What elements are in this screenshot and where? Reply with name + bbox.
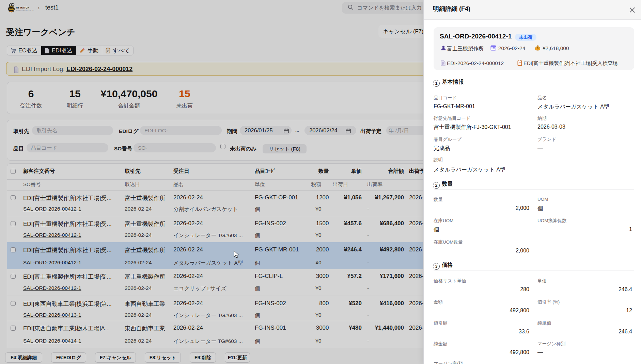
svg-text:$: $: [537, 47, 538, 50]
